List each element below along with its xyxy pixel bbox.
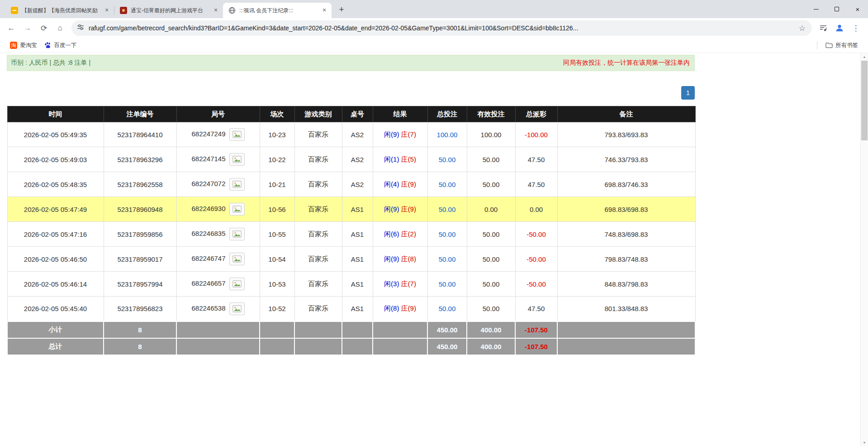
total-bet-link[interactable]: 100.00 <box>437 131 458 139</box>
scrollbar[interactable]: ▲ ▼ <box>860 53 868 446</box>
cell-time: 2026-02-05 05:47:16 <box>7 222 104 247</box>
cell-valid-bet: 50.00 <box>467 172 515 197</box>
round-snapshot-button[interactable] <box>229 302 245 315</box>
round-snapshot-button[interactable] <box>229 228 245 240</box>
cell-time: 2026-02-05 05:46:50 <box>7 247 104 272</box>
bet-table-body: 2026-02-05 05:49:35 523178964410 6822472… <box>7 122 695 321</box>
total-bet-link[interactable]: 50.00 <box>439 280 456 288</box>
site-settings-icon[interactable] <box>77 24 84 33</box>
home-button[interactable]: ⌂ <box>52 20 68 36</box>
globe-favicon-icon <box>228 7 236 14</box>
cell-payout: -50.00 <box>515 222 557 247</box>
tab-tongbao[interactable]: 通宝-信誉最好的网上游戏平台 × <box>114 3 223 18</box>
cell-remark: 848.83/798.83 <box>557 272 695 297</box>
scrollbar-up-icon[interactable]: ▲ <box>861 53 868 60</box>
profile-avatar-icon[interactable] <box>832 20 847 36</box>
round-snapshot-button[interactable] <box>229 178 245 191</box>
round-snapshot-button[interactable] <box>229 278 245 290</box>
cell-table-no: AS2 <box>342 122 373 147</box>
table-row: 2026-02-05 05:46:50 523178959017 6822467… <box>7 247 695 272</box>
tab-bar: 【新提醒】【海燕优质回帖奖励 × 通宝-信誉最好的网上游戏平台 × :::视讯 … <box>0 0 868 18</box>
total-bet-link[interactable]: 50.00 <box>439 230 456 238</box>
grand-total-row: 总计 8 450.00 400.00 -107.50 <box>7 338 695 355</box>
col-header-result: 结果 <box>373 106 427 122</box>
table-row: 2026-02-05 05:48:35 523178962558 6822470… <box>7 172 695 197</box>
address-bar[interactable]: rafugf.com/game/betrecord_search/kind3?B… <box>71 20 812 36</box>
maximize-button[interactable] <box>826 0 847 18</box>
cell-total-bet: 50.00 <box>427 147 467 172</box>
tab-bet-records[interactable]: :::视讯 会员下注纪录::: × <box>223 3 332 18</box>
cell-time: 2026-02-05 05:49:03 <box>7 147 104 172</box>
result-banker: 庄(8) <box>401 255 416 263</box>
notice-text: 同局有效投注，统一计算在该局第一张注单内 <box>563 59 690 67</box>
forward-button[interactable]: → <box>20 20 35 36</box>
cell-result: 闲(8) 庄(9) <box>373 297 427 321</box>
scrollbar-down-icon[interactable]: ▼ <box>861 439 868 446</box>
tab-close-icon[interactable]: × <box>212 7 219 14</box>
cell-game-type: 百家乐 <box>294 147 342 172</box>
total-bet-link[interactable]: 50.00 <box>439 206 456 213</box>
cell-bet-id: 523178964410 <box>104 122 176 147</box>
page-1-button[interactable]: 1 <box>681 86 695 100</box>
cell-table-no: AS2 <box>342 147 373 172</box>
bookmarks-divider <box>817 41 817 49</box>
cell-remark: 698.83/698.83 <box>557 197 695 222</box>
bookmark-aitaobao[interactable]: 淘 爱淘宝 <box>6 40 41 51</box>
total-bet-link[interactable]: 50.00 <box>439 305 456 312</box>
round-snapshot-button[interactable] <box>229 153 245 166</box>
currency-summary-text: 币别 : 人民币 | 总共 :8 注单 | <box>11 59 90 67</box>
menu-icon[interactable]: ⋮ <box>848 20 863 36</box>
result-banker: 庄(9) <box>401 205 416 213</box>
all-bookmarks-button[interactable]: 所有书签 <box>822 40 862 51</box>
total-bet-link[interactable]: 50.00 <box>439 156 456 163</box>
cell-result: 闲(9) 庄(9) <box>373 197 427 222</box>
taobao-icon: 淘 <box>10 42 17 49</box>
table-row: 2026-02-05 05:46:14 523178957994 6822466… <box>7 272 695 297</box>
media-controls-icon[interactable] <box>816 20 831 36</box>
cell-payout: 47.50 <box>515 147 557 172</box>
cell-payout: -100.00 <box>515 122 557 147</box>
window-controls: × <box>806 0 868 18</box>
cell-time: 2026-02-05 05:49:35 <box>7 122 104 147</box>
table-header-row: 时间 注单编号 局号 场次 游戏类别 桌号 结果 总投注 有效投注 总派彩 备注 <box>7 106 695 122</box>
new-tab-button[interactable]: + <box>335 3 348 16</box>
tab-close-icon[interactable]: × <box>321 7 328 14</box>
back-button[interactable]: ← <box>4 20 19 36</box>
col-header-round: 局号 <box>176 106 260 122</box>
cell-game-type: 百家乐 <box>294 247 342 272</box>
minimize-button[interactable] <box>806 0 826 18</box>
cell-table-no: AS1 <box>342 247 373 272</box>
cell-round: 682247072 <box>176 172 260 197</box>
cell-remark: 801.33/848.83 <box>557 297 695 321</box>
close-button[interactable]: × <box>847 0 868 18</box>
col-header-bet-id: 注单编号 <box>104 106 176 122</box>
total-bet-link[interactable]: 50.00 <box>439 255 456 263</box>
bookmark-baidu[interactable]: 百度一下 <box>41 40 81 51</box>
cell-result: 闲(1) 庄(5) <box>373 147 427 172</box>
table-row: 2026-02-05 05:47:16 523178959856 6822468… <box>7 222 695 247</box>
cell-round: 682246930 <box>176 197 260 222</box>
round-snapshot-button[interactable] <box>229 253 245 265</box>
col-header-payout: 总派彩 <box>515 106 557 122</box>
tongbao-favicon-icon <box>120 7 127 14</box>
total-payout: -107.50 <box>515 338 557 355</box>
bookmark-label: 百度一下 <box>54 42 77 49</box>
table-row: 2026-02-05 05:49:35 523178964410 6822472… <box>7 122 695 147</box>
cell-round: 682246835 <box>176 222 260 247</box>
cell-total-bet: 100.00 <box>427 122 467 147</box>
cell-payout: 0.00 <box>515 197 557 222</box>
tab-close-icon[interactable]: × <box>103 7 110 14</box>
tab-forum[interactable]: 【新提醒】【海燕优质回帖奖励 × <box>5 3 114 18</box>
cell-time: 2026-02-05 05:45:40 <box>7 297 104 321</box>
result-player: 闲(1) <box>384 155 399 163</box>
bookmark-star-icon[interactable]: ☆ <box>796 24 808 33</box>
cell-session: 10-21 <box>260 172 294 197</box>
reload-button[interactable]: ⟳ <box>36 20 52 36</box>
tab-separator <box>114 6 114 15</box>
scrollbar-thumb[interactable] <box>861 61 868 140</box>
round-snapshot-button[interactable] <box>229 128 245 141</box>
col-header-remark: 备注 <box>557 106 695 122</box>
cell-total-bet: 50.00 <box>427 247 467 272</box>
total-bet-link[interactable]: 50.00 <box>439 181 456 188</box>
round-snapshot-button[interactable] <box>229 203 245 216</box>
